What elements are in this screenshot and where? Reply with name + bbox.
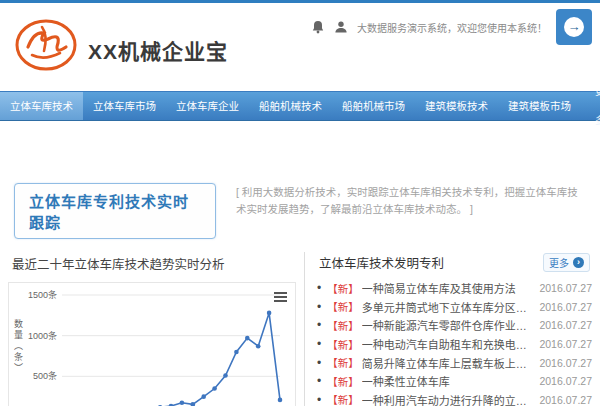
section-description: [ 利用大数据分析技术，实时跟踪立体车库相关技术专利，把握立体车库技术实时发展趋… <box>236 184 586 218</box>
main-content: 最近二十年立体车库技术趋势实时分析 数量（条） 0条500条1000条1500条… <box>0 252 600 406</box>
chart-panel-title: 最近二十年立体车库技术趋势实时分析 <box>8 252 296 282</box>
patent-date: 2016.07.27 <box>539 282 592 294</box>
patent-date: 2016.07.27 <box>539 394 592 406</box>
patent-date: 2016.07.27 <box>539 301 592 313</box>
logout-button[interactable]: → <box>556 9 592 45</box>
patent-item[interactable]: 【新】一种电动汽车自助租车和充换电系统及方法2016.07.27 <box>317 335 592 354</box>
patent-date: 2016.07.27 <box>539 338 592 350</box>
trend-chart: 数量（条） 0条500条1000条1500条199619971998199920… <box>8 282 296 406</box>
nav-item-6[interactable]: 建筑模板技术 <box>415 92 498 120</box>
new-tag: 【新】 <box>327 374 359 389</box>
patent-item[interactable]: 【新】一种新能源汽车零部件仓库作业智能机械手2016.07.27 <box>317 316 592 335</box>
app-title: XX机械企业宝 <box>88 35 228 65</box>
patent-panel: 立体车库技术发明专利 更多 › 【新】一种简易立体车库及其使用方法2016.07… <box>304 252 592 406</box>
patent-item[interactable]: 【新】一种利用汽车动力进行升降的立体停车装置2016.07.27 <box>317 391 592 406</box>
more-button[interactable]: 更多 › <box>543 253 590 272</box>
nav-item-4[interactable]: 船舶机械技术 <box>249 92 332 120</box>
patent-list-title: 立体车库技术发明专利 <box>319 253 444 272</box>
nav-item-7[interactable]: 建筑模板市场 <box>498 92 581 120</box>
more-button-label: 更多 <box>549 255 569 270</box>
new-tag: 【新】 <box>327 299 359 314</box>
nav-item-2[interactable]: 立体车库市场 <box>83 92 166 120</box>
new-tag: 【新】 <box>327 281 359 296</box>
patent-title: 一种电动汽车自助租车和充换电系统及方法 <box>362 336 532 352</box>
app-header: XX机械企业宝 大数据服务演示系统，欢迎您使用本系统！ → <box>0 3 600 91</box>
section-header: 立体车库专利技术实时跟踪 [ 利用大数据分析技术，实时跟踪立体车库相关技术专利，… <box>10 183 590 239</box>
patent-item[interactable]: 【新】简易升降立体车库上层载车板上电动汽车充电...2016.07.27 <box>317 353 592 372</box>
patent-item[interactable]: 【新】一种简易立体车库及其使用方法2016.07.27 <box>317 279 592 298</box>
new-tag: 【新】 <box>327 392 359 406</box>
patent-title: 简易升降立体车库上层载车板上电动汽车充电... <box>362 355 532 371</box>
brand-logo <box>14 17 78 73</box>
svg-text:500条: 500条 <box>33 370 57 381</box>
patent-item[interactable]: 【新】一种柔性立体车库2016.07.27 <box>317 372 592 391</box>
patent-title: 一种新能源汽车零部件仓库作业智能机械手 <box>362 317 532 333</box>
user-icon[interactable] <box>334 20 348 34</box>
new-tag: 【新】 <box>327 318 359 333</box>
welcome-text: 大数据服务演示系统，欢迎您使用本系统！ <box>357 20 547 35</box>
chart-panel: 最近二十年立体车库技术趋势实时分析 数量（条） 0条500条1000条1500条… <box>8 252 296 406</box>
patent-title: 一种柔性立体车库 <box>362 373 532 389</box>
patent-date: 2016.07.27 <box>539 375 592 387</box>
chart-menu-icon[interactable] <box>274 290 287 304</box>
header-toolbar: 大数据服务演示系统，欢迎您使用本系统！ → <box>311 9 592 45</box>
bell-icon[interactable] <box>311 20 325 34</box>
trend-line-chart: 0条500条1000条1500条199619971998199920002001… <box>9 283 295 406</box>
patent-list: 【新】一种简易立体车库及其使用方法2016.07.27【新】多单元井筒式地下立体… <box>317 279 592 406</box>
patent-title: 一种利用汽车动力进行升降的立体停车装置 <box>362 392 532 406</box>
nav-list: 立体车库技术立体车库市场立体车库企业船舶机械技术船舶机械市场建筑模板技术建筑模板… <box>0 92 581 120</box>
patent-item[interactable]: 【新】多单元井筒式地下立体车库分区施工方法2016.07.27 <box>317 298 592 317</box>
patent-title: 多单元井筒式地下立体车库分区施工方法 <box>362 299 532 315</box>
main-nav: 立体车库技术立体车库市场立体车库企业船舶机械技术船舶机械市场建筑模板技术建筑模板… <box>0 91 600 121</box>
nav-item-1[interactable]: 立体车库技术 <box>0 92 83 120</box>
patent-date: 2016.07.27 <box>539 357 592 369</box>
section-title: 立体车库专利技术实时跟踪 <box>14 183 216 239</box>
new-tag: 【新】 <box>327 355 359 370</box>
page: XX机械企业宝 大数据服务演示系统，欢迎您使用本系统！ → 立体车库技术立体车库… <box>0 0 600 406</box>
patent-title: 一种简易立体车库及其使用方法 <box>362 280 532 296</box>
nav-more[interactable]: 更多 <box>581 92 600 120</box>
svg-text:1500条: 1500条 <box>28 289 57 300</box>
nav-item-3[interactable]: 立体车库企业 <box>166 92 249 120</box>
patent-panel-header: 立体车库技术发明专利 更多 › <box>317 252 592 279</box>
patent-date: 2016.07.27 <box>539 319 592 331</box>
y-axis-title: 数量（条） <box>12 319 25 374</box>
svg-text:1000条: 1000条 <box>28 330 57 341</box>
logout-arrow-icon: → <box>564 17 584 37</box>
arrow-right-icon: › <box>573 257 584 268</box>
new-tag: 【新】 <box>327 337 359 352</box>
nav-item-5[interactable]: 船舶机械市场 <box>332 92 415 120</box>
